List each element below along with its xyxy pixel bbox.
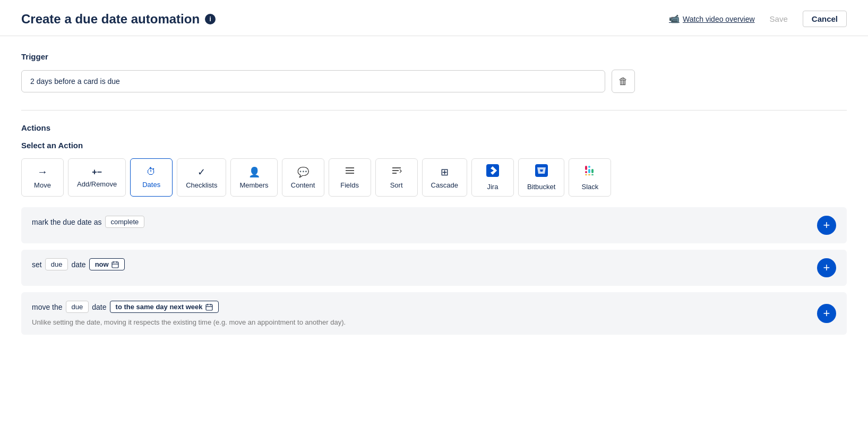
action-btn-checklists[interactable]: ✓ Checklists bbox=[177, 158, 226, 197]
action-row-2-tag-due[interactable]: due bbox=[45, 258, 68, 270]
svg-rect-13 bbox=[591, 174, 594, 175]
add-remove-icon: +− bbox=[92, 167, 102, 177]
divider bbox=[21, 110, 847, 111]
action-btn-jira[interactable]: Jira bbox=[471, 158, 514, 197]
slack-label: Slack bbox=[581, 183, 598, 191]
action-btn-bitbucket[interactable]: Bitbucket bbox=[518, 158, 564, 197]
action-row-1-add-button[interactable]: + bbox=[817, 216, 836, 235]
checklists-label: Checklists bbox=[186, 181, 217, 189]
move-label: Move bbox=[34, 181, 51, 189]
action-btn-members[interactable]: 👤 Members bbox=[230, 158, 277, 197]
trigger-row: 🗑 bbox=[21, 70, 847, 93]
svg-rect-9 bbox=[585, 171, 587, 173]
sort-label: Sort bbox=[390, 181, 403, 189]
checklists-icon: ✓ bbox=[197, 166, 205, 178]
trigger-input[interactable] bbox=[21, 70, 605, 92]
svg-rect-11 bbox=[588, 169, 590, 173]
video-icon: 📹 bbox=[669, 14, 680, 24]
watch-video-label: Watch video overview bbox=[683, 15, 755, 23]
info-icon[interactable]: i bbox=[205, 14, 216, 24]
svg-rect-16 bbox=[112, 262, 118, 268]
select-action-label: Select an Action bbox=[21, 141, 847, 150]
action-row-1-main: mark the due date as complete bbox=[32, 216, 809, 228]
action-btn-add-remove[interactable]: +− Add/Remove bbox=[68, 158, 126, 197]
actions-label: Actions bbox=[21, 123, 847, 132]
fields-label: Fields bbox=[340, 181, 359, 189]
svg-rect-8 bbox=[585, 166, 587, 170]
action-btn-sort[interactable]: Sort bbox=[375, 158, 418, 197]
action-row-3-content: move the due date to the same day next w… bbox=[32, 301, 809, 313]
delete-trigger-button[interactable]: 🗑 bbox=[612, 70, 635, 93]
cascade-label: Cascade bbox=[431, 181, 458, 189]
svg-rect-20 bbox=[206, 304, 212, 310]
action-btn-move[interactable]: → Move bbox=[21, 158, 64, 197]
action-row-3-text-date: date bbox=[92, 303, 106, 311]
action-row-3-text-move: move the bbox=[32, 303, 63, 311]
action-btn-dates[interactable]: ⏱ Dates bbox=[130, 158, 173, 197]
cancel-button[interactable]: Cancel bbox=[803, 11, 847, 27]
content-label: Content bbox=[291, 181, 315, 189]
cascade-icon: ⊞ bbox=[441, 166, 449, 178]
action-row-1: mark the due date as complete + bbox=[21, 207, 847, 243]
action-buttons-row: → Move +− Add/Remove ⏱ Dates ✓ Checklist… bbox=[21, 158, 847, 197]
action-row-3-tag-same-day[interactable]: to the same day next week bbox=[110, 301, 219, 313]
move-icon: → bbox=[37, 166, 48, 178]
members-icon: 👤 bbox=[248, 166, 260, 178]
action-row-2-text-date: date bbox=[71, 260, 85, 269]
header-left: Create a due date automation i bbox=[21, 12, 216, 27]
action-row-1-text-1: mark the due date as bbox=[32, 218, 102, 226]
actions-section: Actions Select an Action → Move +− Add/R… bbox=[21, 123, 847, 335]
action-btn-content[interactable]: 💬 Content bbox=[282, 158, 324, 197]
content-icon: 💬 bbox=[297, 166, 309, 178]
svg-rect-15 bbox=[585, 174, 587, 175]
add-remove-label: Add/Remove bbox=[77, 180, 117, 188]
bitbucket-icon bbox=[535, 164, 548, 180]
trash-icon: 🗑 bbox=[618, 76, 628, 87]
jira-icon bbox=[486, 164, 499, 180]
action-row-3: move the due date to the same day next w… bbox=[21, 292, 847, 335]
header-right: 📹 Watch video overview Save Cancel bbox=[669, 11, 847, 27]
jira-label: Jira bbox=[487, 183, 498, 191]
action-row-3-footer: Unlike setting the date, moving it respe… bbox=[32, 318, 809, 326]
action-row-2: set due date now + bbox=[21, 250, 847, 286]
action-row-2-content: set due date now bbox=[32, 258, 809, 270]
svg-rect-10 bbox=[588, 166, 590, 168]
save-button[interactable]: Save bbox=[763, 11, 794, 27]
sort-icon bbox=[391, 166, 402, 178]
bitbucket-label: Bitbucket bbox=[527, 183, 555, 191]
dates-icon: ⏱ bbox=[147, 166, 156, 177]
fields-icon bbox=[345, 166, 355, 178]
action-btn-slack[interactable]: Slack bbox=[569, 158, 611, 197]
page-header: Create a due date automation i 📹 Watch v… bbox=[0, 0, 868, 36]
action-row-1-tag-complete[interactable]: complete bbox=[105, 216, 145, 228]
action-row-2-add-button[interactable]: + bbox=[817, 258, 836, 277]
action-row-3-main: move the due date to the same day next w… bbox=[32, 301, 809, 326]
action-btn-cascade[interactable]: ⊞ Cascade bbox=[422, 158, 467, 197]
svg-rect-14 bbox=[588, 174, 590, 175]
watch-video-link[interactable]: 📹 Watch video overview bbox=[669, 14, 755, 24]
action-row-3-tag-due[interactable]: due bbox=[66, 301, 89, 313]
action-btn-fields[interactable]: Fields bbox=[329, 158, 371, 197]
action-row-2-tag-now[interactable]: now bbox=[89, 258, 125, 270]
page-title: Create a due date automation bbox=[21, 12, 200, 27]
members-label: Members bbox=[239, 181, 268, 189]
action-row-3-add-button[interactable]: + bbox=[817, 304, 836, 323]
action-row-2-text-set: set bbox=[32, 260, 42, 269]
trigger-label: Trigger bbox=[21, 52, 847, 61]
svg-rect-12 bbox=[591, 169, 594, 173]
slack-icon bbox=[583, 164, 596, 180]
action-row-2-main: set due date now bbox=[32, 258, 809, 270]
main-content: Trigger 🗑 Actions Select an Action → Mov… bbox=[0, 36, 868, 357]
action-row-1-content: mark the due date as complete bbox=[32, 216, 809, 228]
svg-rect-6 bbox=[486, 164, 499, 177]
dates-label: Dates bbox=[142, 181, 160, 189]
